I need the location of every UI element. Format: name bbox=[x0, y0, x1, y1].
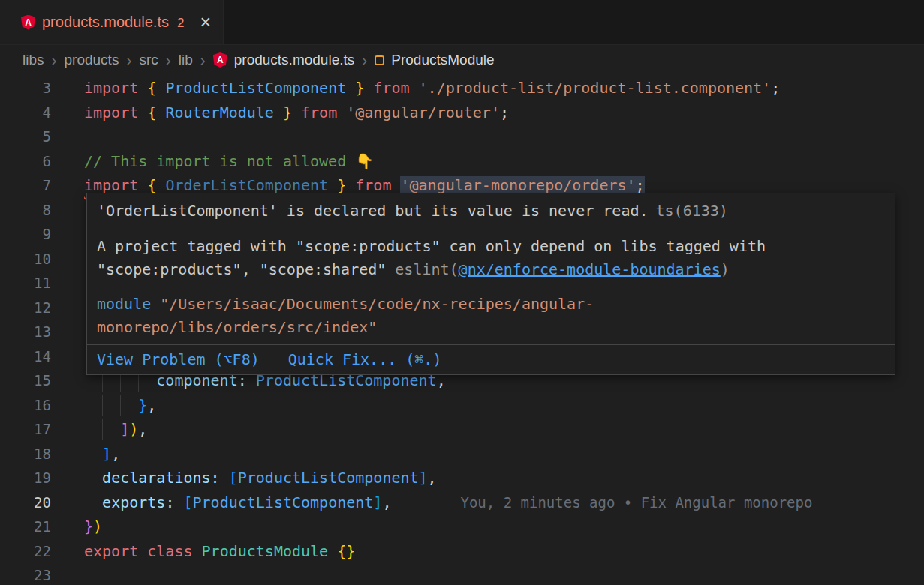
code-line-content: export class ProductsModule {} bbox=[84, 539, 355, 564]
eslint-rule-suffix: ) bbox=[721, 260, 730, 278]
error-hover-tooltip: 'OrderListComponent' is declared but its… bbox=[86, 193, 895, 375]
line-number[interactable]: 18 bbox=[0, 442, 51, 466]
line-number[interactable]: 17 bbox=[0, 417, 51, 442]
code-line-content: import { ProductListComponent } from './… bbox=[84, 76, 780, 100]
eslint-message-scopes: "scope:products", "scope:shared" bbox=[97, 260, 386, 278]
breadcrumb-item-libs[interactable]: libs bbox=[23, 52, 44, 68]
line-number[interactable]: 14 bbox=[0, 344, 51, 369]
code-token: } bbox=[346, 79, 373, 97]
class-symbol-icon bbox=[375, 56, 384, 65]
code-token: } bbox=[274, 104, 301, 122]
line-number[interactable]: 4 bbox=[0, 100, 51, 125]
view-problem-link[interactable]: View Problem (⌥F8) bbox=[97, 348, 260, 371]
line-number[interactable]: 21 bbox=[0, 514, 51, 539]
line-number[interactable]: 5 bbox=[0, 124, 51, 149]
code-line[interactable]: 5 bbox=[0, 124, 924, 149]
code-token: } bbox=[328, 176, 355, 194]
module-path-line1: module"/Users/isaac/Documents/code/nx-re… bbox=[97, 292, 885, 316]
code-token: , bbox=[138, 420, 147, 438]
code-line-content: }, bbox=[84, 393, 156, 418]
line-number[interactable]: 6 bbox=[0, 149, 51, 174]
hover-module-path: module"/Users/isaac/Documents/code/nx-re… bbox=[87, 286, 895, 344]
breadcrumb-item-products[interactable]: products bbox=[65, 52, 119, 68]
code-token bbox=[84, 396, 138, 414]
breadcrumb-item-filename[interactable]: products.module.ts bbox=[234, 52, 355, 68]
hover-eslint-message: A project tagged with "scope:products" c… bbox=[87, 229, 895, 286]
code-token: ProductListComponent bbox=[193, 494, 374, 512]
code-token: './product-list/product-list.component' bbox=[419, 79, 772, 97]
eslint-rule-prefix: eslint( bbox=[395, 260, 458, 278]
breadcrumb: libs › products › src › lib › products.m… bbox=[0, 45, 924, 75]
breadcrumb-item-src[interactable]: src bbox=[139, 52, 158, 68]
code-line[interactable]: 19 declarations: [ProductListComponent], bbox=[0, 466, 924, 490]
line-number[interactable]: 3 bbox=[0, 76, 51, 100]
code-token: ] bbox=[102, 445, 111, 463]
code-editor[interactable]: 3import { ProductListComponent } from '.… bbox=[0, 75, 924, 585]
code-line[interactable]: 6// This import is not allowed 👇 bbox=[0, 149, 924, 174]
line-number[interactable]: 7 bbox=[0, 173, 51, 198]
close-icon[interactable]: × bbox=[200, 13, 211, 32]
code-token: from bbox=[355, 176, 400, 194]
code-token: { bbox=[147, 79, 165, 97]
code-token: exports: bbox=[102, 494, 174, 512]
breadcrumb-item-symbol[interactable]: ProductsModule bbox=[391, 52, 494, 68]
code-line[interactable]: 18 ], bbox=[0, 442, 924, 466]
code-token: import bbox=[84, 104, 147, 122]
module-path-string-2: monorepo/libs/orders/src/index" bbox=[97, 318, 377, 336]
line-number[interactable]: 11 bbox=[0, 271, 51, 296]
code-line[interactable]: 23 bbox=[0, 563, 924, 585]
line-number[interactable]: 10 bbox=[0, 247, 51, 272]
line-number[interactable]: 8 bbox=[0, 198, 51, 223]
code-line-content: // This import is not allowed 👇 bbox=[84, 149, 374, 174]
code-token: ; bbox=[500, 104, 509, 122]
eslint-message-line2: "scope:products", "scope:shared"eslint(@… bbox=[97, 258, 885, 281]
code-token: } bbox=[138, 396, 147, 414]
code-line[interactable]: 22export class ProductsModule {} bbox=[0, 539, 924, 564]
eslint-rule-link[interactable]: @nx/enforce-module-boundaries bbox=[459, 260, 721, 278]
editor-tab-bar: products.module.ts 2 × bbox=[0, 0, 924, 45]
code-line[interactable]: 3import { ProductListComponent } from '.… bbox=[0, 76, 924, 100]
code-line-content: }) bbox=[84, 514, 102, 539]
line-number[interactable]: 13 bbox=[0, 320, 51, 344]
line-number[interactable]: 9 bbox=[0, 222, 51, 247]
quick-fix-link[interactable]: Quick Fix... (⌘.) bbox=[288, 348, 442, 371]
code-token: , bbox=[382, 494, 391, 512]
code-line[interactable]: 21}) bbox=[0, 514, 924, 539]
indent-guide bbox=[102, 394, 103, 416]
code-token: '@angular/router' bbox=[346, 104, 500, 122]
code-token: { bbox=[147, 104, 165, 122]
hover-ts-message: 'OrderListComponent' is declared but its… bbox=[87, 194, 895, 229]
line-number[interactable]: 12 bbox=[0, 296, 51, 320]
code-token: ProductListComponent bbox=[238, 469, 419, 487]
eslint-message-line1: A project tagged with "scope:products" c… bbox=[97, 235, 885, 258]
code-line[interactable]: 20 exports: [ProductListComponent],You, … bbox=[0, 490, 924, 515]
chevron-right-icon: › bbox=[125, 51, 132, 69]
hover-actions: View Problem (⌥F8) Quick Fix... (⌘.) bbox=[87, 344, 895, 374]
ts-unused-message: 'OrderListComponent' is declared but its… bbox=[97, 202, 649, 220]
code-line[interactable]: 4import { RouterModule } from '@angular/… bbox=[0, 100, 924, 125]
line-number[interactable]: 15 bbox=[0, 368, 51, 393]
line-number[interactable]: 19 bbox=[0, 466, 51, 490]
code-token bbox=[174, 494, 183, 512]
line-number[interactable]: 23 bbox=[0, 563, 51, 585]
code-line-content: import { RouterModule } from '@angular/r… bbox=[84, 100, 509, 125]
code-token: , bbox=[428, 469, 437, 487]
line-number[interactable]: 22 bbox=[0, 539, 51, 564]
breadcrumb-item-lib[interactable]: lib bbox=[179, 52, 193, 68]
code-token: ; bbox=[771, 79, 780, 97]
line-number[interactable]: 16 bbox=[0, 393, 51, 418]
tab-products-module[interactable]: products.module.ts 2 × bbox=[0, 0, 224, 44]
angular-file-icon bbox=[213, 52, 227, 68]
code-token: {} bbox=[337, 542, 355, 560]
code-line[interactable]: 16 }, bbox=[0, 393, 924, 418]
code-token: ; bbox=[636, 176, 645, 194]
line-number[interactable]: 20 bbox=[0, 490, 51, 515]
code-line-content: exports: [ProductListComponent], bbox=[84, 490, 391, 515]
code-token: from bbox=[301, 104, 346, 122]
code-token: ProductsModule bbox=[202, 542, 329, 560]
chevron-right-icon: › bbox=[200, 51, 206, 69]
module-path-string-1: "/Users/isaac/Documents/code/nx-recipes/… bbox=[160, 295, 594, 313]
code-line[interactable]: 17 ]), bbox=[0, 417, 924, 442]
code-token: [ bbox=[229, 469, 238, 487]
indent-guide bbox=[120, 394, 121, 416]
